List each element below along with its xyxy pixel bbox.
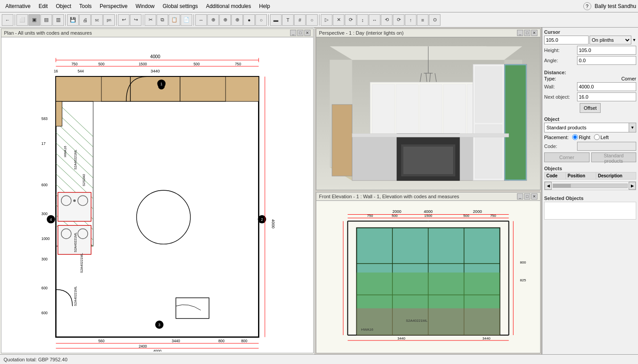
tb-paste[interactable]: 📋 xyxy=(169,14,180,26)
left-panels: Plan - All units with codes and measures… xyxy=(0,28,315,354)
standard-products-button[interactable]: Standard products xyxy=(591,152,637,162)
tb-redo[interactable]: ↪ xyxy=(130,14,141,26)
elevation-minimize[interactable]: _ xyxy=(517,193,523,200)
plan-maximize[interactable]: □ xyxy=(297,30,303,36)
menu-object[interactable]: Object xyxy=(52,2,75,10)
placement-right-option[interactable]: Right xyxy=(572,134,590,140)
svg-text:S2A40221ML: S2A40221ML xyxy=(80,253,84,273)
tb-zoom1[interactable]: ⊕ xyxy=(207,14,219,26)
offset-button[interactable]: Offset xyxy=(580,103,601,113)
tb-paste2[interactable]: 📄 xyxy=(181,14,192,26)
scroll-right[interactable]: ▶ xyxy=(629,182,636,190)
scroll-track[interactable] xyxy=(553,184,628,188)
tb-back[interactable]: ← xyxy=(2,14,13,26)
svg-text:HWA16: HWA16 xyxy=(361,327,374,331)
elevation-view[interactable]: Front Elevation - 1 : Wall - 1, Elevatio… xyxy=(316,192,541,354)
placement-left-option[interactable]: Left xyxy=(594,134,609,140)
tb-zoom2[interactable]: ⊕ xyxy=(219,14,231,26)
tb-pn[interactable]: pn xyxy=(103,14,115,26)
placement-right-radio[interactable] xyxy=(572,134,578,140)
tb-sc[interactable]: sc xyxy=(91,14,103,26)
tb-rot-right[interactable]: ⟳ xyxy=(393,14,404,26)
plan-canvas[interactable]: 4000 750 500 1500 500 750 3440 16 544 xyxy=(1,37,313,352)
svg-text:3440: 3440 xyxy=(151,69,160,73)
svg-text:3440: 3440 xyxy=(172,339,180,343)
tb-flip-v[interactable]: ↕ xyxy=(357,14,368,26)
tb-circle[interactable]: ○ xyxy=(306,14,318,26)
placement-left-radio[interactable] xyxy=(594,134,600,140)
tb-print[interactable]: 🖨 xyxy=(79,14,91,26)
elevation-canvas[interactable]: 2000 4000 2000 750 500 1500 500 750 xyxy=(316,201,540,353)
cursor-placement-dropdown[interactable]: On plinths On floor xyxy=(590,36,631,44)
svg-text:4000: 4000 xyxy=(153,349,162,352)
tb-undo[interactable]: ↩ xyxy=(118,14,129,26)
code-label: Code: xyxy=(544,144,575,149)
tb-circ2[interactable]: ○ xyxy=(255,14,267,26)
svg-text:4000: 4000 xyxy=(271,219,275,228)
objects-scrollbar[interactable]: ◀ ▶ xyxy=(544,181,636,190)
tb-up[interactable]: ↑ xyxy=(405,14,416,26)
svg-text:583: 583 xyxy=(41,116,48,121)
height-input[interactable] xyxy=(577,46,636,55)
menu-perspective[interactable]: Perspective xyxy=(96,2,131,10)
col-code: Code xyxy=(545,172,566,180)
tb-flip-h[interactable]: ↔ xyxy=(369,14,380,26)
menu-help[interactable]: Help xyxy=(255,2,274,10)
tb-rotate[interactable]: ⟳ xyxy=(345,14,356,26)
tb-list[interactable]: ≡ xyxy=(417,14,428,26)
scroll-thumb[interactable] xyxy=(553,184,571,188)
menu-tools[interactable]: Tools xyxy=(76,2,95,10)
svg-point-36 xyxy=(73,200,76,202)
corner-button[interactable]: Corner xyxy=(544,152,590,162)
tb-save[interactable]: 💾 xyxy=(67,14,79,26)
menu-window[interactable]: Window xyxy=(132,2,158,10)
tb-grid[interactable]: # xyxy=(294,14,306,26)
tb-view1[interactable]: ▣ xyxy=(28,14,40,26)
menu-alternative[interactable]: Alternative xyxy=(2,2,34,10)
svg-text:1500: 1500 xyxy=(424,214,432,218)
elevation-maximize[interactable]: □ xyxy=(524,193,530,200)
tb-view3[interactable]: ▥ xyxy=(52,14,64,26)
tb-view2[interactable]: ▤ xyxy=(40,14,52,26)
perspective-maximize[interactable]: □ xyxy=(524,30,530,36)
perspective-view[interactable]: Perspective - 1 : Day (interior lights o… xyxy=(316,28,541,190)
svg-rect-101 xyxy=(475,124,502,178)
tb-plan[interactable]: ⬜ xyxy=(16,14,28,26)
svg-text:S2S2A0: S2S2A0 xyxy=(82,174,86,186)
svg-text:4000: 4000 xyxy=(150,54,160,59)
object-label: Object xyxy=(544,116,636,122)
menu-edit[interactable]: Edit xyxy=(35,2,52,10)
code-input[interactable] xyxy=(577,142,636,151)
menu-additional-modules[interactable]: Additional modules xyxy=(202,2,254,10)
menu-global-settings[interactable]: Global settings xyxy=(159,2,201,10)
perspective-close[interactable]: ✕ xyxy=(531,30,537,36)
tb-cut[interactable]: ✂ xyxy=(145,14,156,26)
tb-circ1[interactable]: ● xyxy=(243,14,255,26)
next-object-input[interactable] xyxy=(577,92,636,101)
plan-close[interactable]: ✕ xyxy=(304,30,311,36)
tb-target[interactable]: ⊙ xyxy=(429,14,440,26)
perspective-canvas[interactable] xyxy=(316,37,540,190)
tb-rot-left[interactable]: ⟲ xyxy=(381,14,392,26)
tb-select[interactable]: ▷ xyxy=(321,14,332,26)
sidebar: Cursor On plinths On floor ▼ Height: Ang… xyxy=(542,28,638,354)
tb-copy[interactable]: ⧉ xyxy=(157,14,168,26)
object-dropdown-arrow[interactable]: ▼ xyxy=(629,123,636,132)
svg-point-41 xyxy=(137,190,190,244)
plan-minimize[interactable]: _ xyxy=(290,30,296,36)
wall-input[interactable] xyxy=(577,82,636,91)
tb-move[interactable]: ↔ xyxy=(195,14,207,26)
perspective-titlebar: Perspective - 1 : Day (interior lights o… xyxy=(316,29,540,37)
scroll-left[interactable]: ◀ xyxy=(545,182,552,190)
help-icon[interactable]: ? xyxy=(583,2,591,10)
angle-input[interactable] xyxy=(577,56,636,65)
cursor-value-input[interactable] xyxy=(544,36,589,44)
menubar: Alternative Edit Object Tools Perspectiv… xyxy=(0,0,638,12)
svg-text:600: 600 xyxy=(41,286,48,290)
tb-line[interactable]: ▬ xyxy=(270,14,282,26)
perspective-minimize[interactable]: _ xyxy=(517,30,523,36)
tb-zoom3[interactable]: ⊕ xyxy=(231,14,243,26)
tb-text[interactable]: T xyxy=(282,14,294,26)
tb-delete[interactable]: ✕ xyxy=(333,14,344,26)
elevation-close[interactable]: ✕ xyxy=(531,193,537,200)
